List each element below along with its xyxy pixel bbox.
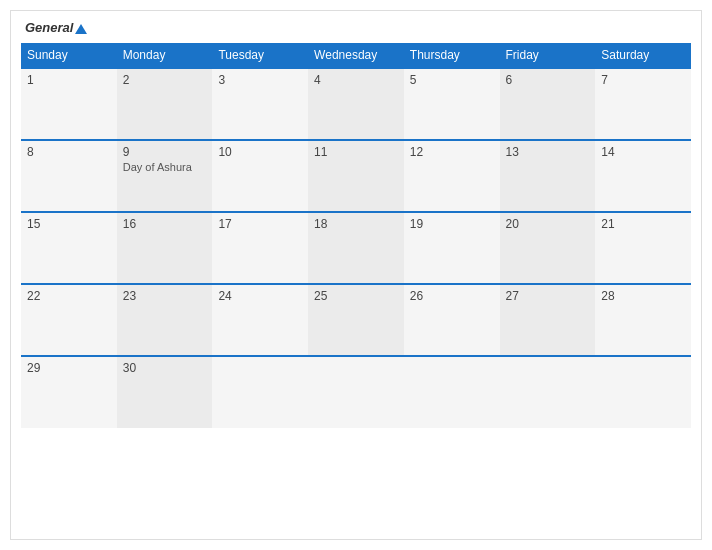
day-number: 21 <box>601 217 685 231</box>
calendar-cell: 7 <box>595 68 691 140</box>
day-number: 19 <box>410 217 494 231</box>
calendar-cell <box>308 356 404 428</box>
calendar-cell: 2 <box>117 68 213 140</box>
day-number: 3 <box>218 73 302 87</box>
day-number: 29 <box>27 361 111 375</box>
calendar-weekdays-header: SundayMondayTuesdayWednesdayThursdayFrid… <box>21 43 691 68</box>
weekday-header-monday: Monday <box>117 43 213 68</box>
week-row-1: 89Day of Ashura1011121314 <box>21 140 691 212</box>
calendar-cell: 23 <box>117 284 213 356</box>
day-number: 22 <box>27 289 111 303</box>
day-number: 9 <box>123 145 207 159</box>
day-number: 20 <box>506 217 590 231</box>
day-number: 17 <box>218 217 302 231</box>
calendar-container: General SundayMondayTuesdayWednesdayThur… <box>10 10 702 540</box>
calendar-cell: 1 <box>21 68 117 140</box>
calendar-cell: 15 <box>21 212 117 284</box>
calendar-cell: 20 <box>500 212 596 284</box>
calendar-cell: 8 <box>21 140 117 212</box>
day-number: 28 <box>601 289 685 303</box>
week-row-0: 1234567 <box>21 68 691 140</box>
day-number: 25 <box>314 289 398 303</box>
calendar-table: SundayMondayTuesdayWednesdayThursdayFrid… <box>21 43 691 428</box>
calendar-cell: 30 <box>117 356 213 428</box>
logo-triangle-icon <box>75 24 87 34</box>
calendar-cell: 13 <box>500 140 596 212</box>
calendar-cell: 6 <box>500 68 596 140</box>
calendar-cell: 18 <box>308 212 404 284</box>
week-row-3: 22232425262728 <box>21 284 691 356</box>
weekday-header-tuesday: Tuesday <box>212 43 308 68</box>
day-number: 24 <box>218 289 302 303</box>
day-number: 27 <box>506 289 590 303</box>
day-number: 10 <box>218 145 302 159</box>
calendar-cell: 4 <box>308 68 404 140</box>
calendar-cell <box>212 356 308 428</box>
day-number: 23 <box>123 289 207 303</box>
week-row-4: 2930 <box>21 356 691 428</box>
calendar-cell: 22 <box>21 284 117 356</box>
calendar-header: General <box>21 21 691 35</box>
calendar-cell: 19 <box>404 212 500 284</box>
logo-general: General <box>25 21 87 35</box>
calendar-cell: 29 <box>21 356 117 428</box>
day-number: 6 <box>506 73 590 87</box>
calendar-cell: 3 <box>212 68 308 140</box>
day-number: 26 <box>410 289 494 303</box>
day-number: 1 <box>27 73 111 87</box>
calendar-cell <box>595 356 691 428</box>
calendar-cell: 11 <box>308 140 404 212</box>
calendar-cell: 14 <box>595 140 691 212</box>
day-number: 11 <box>314 145 398 159</box>
calendar-cell <box>500 356 596 428</box>
calendar-cell <box>404 356 500 428</box>
calendar-cell: 27 <box>500 284 596 356</box>
calendar-cell: 26 <box>404 284 500 356</box>
calendar-cell: 17 <box>212 212 308 284</box>
calendar-cell: 25 <box>308 284 404 356</box>
calendar-cell: 21 <box>595 212 691 284</box>
week-row-2: 15161718192021 <box>21 212 691 284</box>
day-number: 5 <box>410 73 494 87</box>
calendar-cell: 24 <box>212 284 308 356</box>
day-number: 16 <box>123 217 207 231</box>
weekday-header-saturday: Saturday <box>595 43 691 68</box>
weekday-header-thursday: Thursday <box>404 43 500 68</box>
day-number: 2 <box>123 73 207 87</box>
day-number: 8 <box>27 145 111 159</box>
day-number: 14 <box>601 145 685 159</box>
day-number: 15 <box>27 217 111 231</box>
weekday-row: SundayMondayTuesdayWednesdayThursdayFrid… <box>21 43 691 68</box>
calendar-body: 123456789Day of Ashura101112131415161718… <box>21 68 691 428</box>
calendar-cell: 10 <box>212 140 308 212</box>
weekday-header-wednesday: Wednesday <box>308 43 404 68</box>
weekday-header-friday: Friday <box>500 43 596 68</box>
calendar-cell: 16 <box>117 212 213 284</box>
calendar-cell: 5 <box>404 68 500 140</box>
day-number: 12 <box>410 145 494 159</box>
logo: General <box>25 21 87 35</box>
day-number: 30 <box>123 361 207 375</box>
weekday-header-sunday: Sunday <box>21 43 117 68</box>
day-number: 13 <box>506 145 590 159</box>
holiday-label: Day of Ashura <box>123 161 207 173</box>
day-number: 7 <box>601 73 685 87</box>
day-number: 18 <box>314 217 398 231</box>
calendar-cell: 9Day of Ashura <box>117 140 213 212</box>
calendar-cell: 12 <box>404 140 500 212</box>
calendar-cell: 28 <box>595 284 691 356</box>
day-number: 4 <box>314 73 398 87</box>
